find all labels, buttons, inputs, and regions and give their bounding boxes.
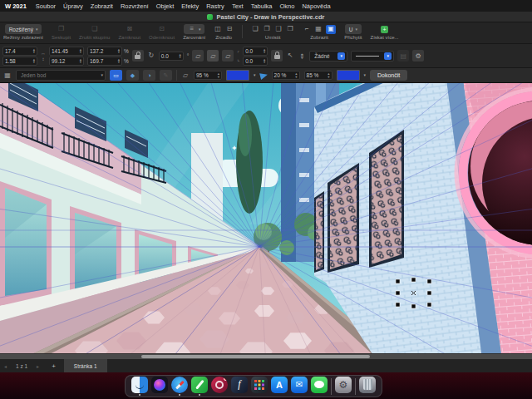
- messages-icon[interactable]: [311, 377, 328, 393]
- grid-opacity-value: 95 %: [196, 72, 209, 78]
- drawing-canvas[interactable]: [0, 83, 532, 353]
- stepper[interactable]: ▴▾: [80, 48, 81, 53]
- horizontal-scrollbar[interactable]: [0, 353, 532, 359]
- menu-napoveda[interactable]: Nápověda: [302, 2, 330, 10]
- settings-gear-button[interactable]: ⚙: [412, 50, 424, 62]
- menu-efekty[interactable]: Efekty: [181, 2, 199, 10]
- photo-paint-icon[interactable]: [211, 377, 228, 393]
- ungroup-button[interactable]: ❏ Zrušit skupinu: [79, 24, 110, 40]
- edit-plane-button[interactable]: ✎: [160, 70, 172, 81]
- plane-right-button[interactable]: ◑: [143, 70, 155, 81]
- mirror-horizontal-icon[interactable]: ◫: [214, 25, 222, 34]
- line-color-swatch[interactable]: [337, 70, 360, 81]
- finish-button[interactable]: Dokončit: [370, 70, 407, 81]
- chevron-down-icon: ▾: [384, 52, 392, 60]
- order-forward-icon[interactable]: ❑: [274, 25, 283, 34]
- finder-icon[interactable]: [131, 377, 148, 393]
- next-page-icon[interactable]: ▸: [32, 363, 43, 369]
- position-x-value: 17.4: [5, 48, 16, 54]
- grid-color-swatch[interactable]: [226, 70, 249, 81]
- stepper[interactable]: ▴▾: [33, 58, 35, 63]
- get-more-icon[interactable]: +: [381, 26, 388, 33]
- stepper[interactable]: ▴▾: [33, 48, 35, 53]
- grid-opacity-field[interactable]: 95 % ▴▾: [194, 71, 222, 80]
- menu-objekt[interactable]: Objekt: [156, 2, 175, 10]
- outline-style-value: Žádné: [314, 53, 329, 59]
- menu-upravy[interactable]: Úpravy: [63, 2, 83, 10]
- skew-right-button[interactable]: ▱: [222, 50, 234, 62]
- stepper[interactable]: ▴▾: [264, 48, 265, 53]
- font-manager-icon[interactable]: f: [231, 377, 248, 393]
- outline-style-dropdown[interactable]: Žádné ▾: [309, 51, 347, 62]
- stepper[interactable]: ▴▾: [118, 48, 120, 53]
- position-x-field[interactable]: 17.4 ▴▾: [2, 47, 37, 56]
- mail-icon[interactable]: ✉: [291, 377, 308, 393]
- wrap-text-button[interactable]: ▤: [397, 50, 409, 62]
- stepper[interactable]: ▴▾: [180, 53, 181, 58]
- perspective-toolbar: ▦ Jeden bod ▾ ▭ ◆ ◑ ✎ ▱ 95 % ▴▾ ▾ 20 % ▴…: [0, 68, 532, 83]
- app-store-icon[interactable]: A: [271, 377, 288, 393]
- object-height-value: 99.12: [52, 58, 65, 64]
- rotation-field[interactable]: 0.0 ▴▾: [159, 52, 184, 61]
- unlock-button[interactable]: ⊡ Odemknout: [149, 24, 175, 40]
- lock-button[interactable]: ⊠ Zamknout: [118, 24, 140, 40]
- mirror-vertical-icon[interactable]: ⊟: [225, 25, 234, 34]
- menu-tabulka[interactable]: Tabulka: [251, 2, 273, 10]
- stepper[interactable]: ▴▾: [80, 58, 81, 63]
- horizon-opacity-field[interactable]: 20 % ▴▾: [272, 71, 300, 80]
- stepper[interactable]: ▴▾: [118, 58, 120, 63]
- siri-icon[interactable]: [151, 377, 168, 393]
- page-bar: ◂ 1 z 1 ▸ + Stránka 1: [0, 359, 532, 372]
- menu-text[interactable]: Text: [232, 2, 244, 10]
- add-page-button[interactable]: +: [43, 362, 64, 370]
- align-dropdown[interactable]: ≡ ▾: [184, 24, 205, 34]
- stepper[interactable]: ▴▾: [264, 58, 265, 63]
- lock-ratio-button[interactable]: [132, 50, 144, 62]
- plane-left-button[interactable]: ◆: [126, 70, 139, 81]
- app-menu[interactable]: W 2021: [5, 2, 27, 10]
- horizon-plane-icon[interactable]: [259, 71, 268, 79]
- menu-okno[interactable]: Okno: [280, 2, 295, 10]
- rulers-icon[interactable]: ⌐: [303, 25, 311, 34]
- eyedropper-icon[interactable]: ✐: [296, 50, 308, 62]
- position-y-field[interactable]: 1.58 ▴▾: [2, 57, 37, 66]
- safari-icon[interactable]: [171, 377, 188, 393]
- scrollbar-thumb[interactable]: [141, 355, 370, 358]
- corner-radius-a-field[interactable]: 0.0 ▴▾: [243, 47, 268, 56]
- plane-top-button[interactable]: ▭: [110, 70, 122, 81]
- chevron-down-icon: ▾: [364, 73, 367, 77]
- object-width-field[interactable]: 141.45 ▴▾: [49, 47, 84, 56]
- corner-lock-button[interactable]: [271, 50, 283, 62]
- guides-icon[interactable]: ▣: [326, 25, 336, 34]
- order-front-icon[interactable]: ❏: [251, 25, 259, 34]
- scale-height-field[interactable]: 169.7 ▴▾: [87, 57, 122, 66]
- prev-page-icon[interactable]: ◂: [0, 363, 11, 369]
- menu-rastry[interactable]: Rastry: [206, 2, 224, 10]
- system-preferences-icon[interactable]: ⚙: [335, 377, 352, 393]
- menu-soubor[interactable]: Soubor: [36, 2, 56, 10]
- menu-zobrazit[interactable]: Zobrazit: [91, 2, 113, 10]
- stepper[interactable]: ▴▾: [218, 72, 219, 77]
- grid-icon[interactable]: ▦: [314, 25, 323, 34]
- corner-radius-b-field[interactable]: 0.0 ▴▾: [243, 57, 268, 66]
- page-tab[interactable]: Stránka 1: [64, 359, 107, 372]
- view-mode-dropdown[interactable]: Rozšířený ▾: [5, 24, 42, 34]
- perspective-preset-dropdown[interactable]: Jeden bod ▾: [16, 70, 106, 81]
- skew-center-button[interactable]: ▱: [207, 50, 219, 62]
- snap-dropdown[interactable]: U ▾: [345, 24, 362, 34]
- coreldraw-icon[interactable]: [191, 377, 208, 393]
- scale-width-field[interactable]: 137.2 ▴▾: [87, 47, 122, 56]
- object-height-field[interactable]: 99.12 ▴▾: [49, 57, 84, 66]
- group-button[interactable]: ❐ Seskupit: [52, 24, 71, 40]
- stepper[interactable]: ▴▾: [295, 72, 297, 77]
- line-style-dropdown[interactable]: ▾: [351, 51, 394, 62]
- order-back-icon[interactable]: ❐: [263, 25, 271, 34]
- menu-rozvrzeni[interactable]: Rozvržení: [121, 2, 149, 10]
- stepper[interactable]: ▴▾: [328, 72, 329, 77]
- skew-left-button[interactable]: ▱: [192, 50, 204, 62]
- order-backward-icon[interactable]: ❒: [286, 25, 294, 34]
- pick-cursor-icon: ↖: [286, 52, 294, 61]
- trash-icon[interactable]: [359, 377, 376, 393]
- lines-opacity-field[interactable]: 85 % ▴▾: [304, 71, 332, 80]
- launchpad-icon[interactable]: [251, 377, 268, 393]
